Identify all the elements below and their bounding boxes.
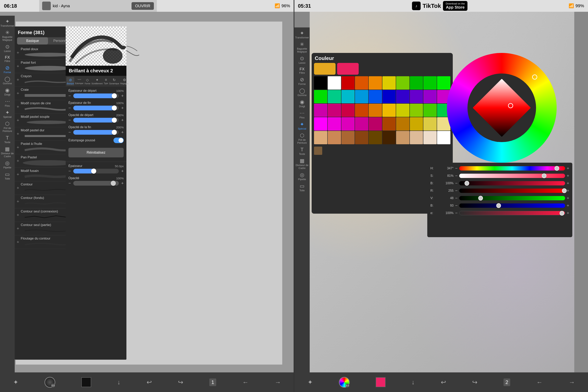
bd-tab-reglages[interactable]: ⚙ Réglages [120, 77, 129, 86]
color-cell[interactable] [342, 104, 355, 117]
tool-pot[interactable]: ⬡ Pot de Peinture [0, 120, 14, 134]
hsb-alpha-plus[interactable]: + [567, 210, 569, 216]
bottom-prev[interactable]: ← [242, 379, 248, 386]
color-cell[interactable] [396, 90, 410, 103]
color-cell[interactable] [342, 131, 355, 144]
color-cell[interactable] [355, 117, 368, 130]
hsb-v-thumb[interactable] [478, 196, 483, 200]
bottom-color-black[interactable] [81, 377, 91, 387]
slider-minus5[interactable]: − [68, 168, 71, 174]
tool-r-filter[interactable]: FX Filtre [295, 66, 309, 76]
bottom-r-undo[interactable]: ↩ [441, 378, 446, 386]
color-cell[interactable] [328, 131, 341, 144]
color-cell[interactable] [342, 117, 355, 130]
swatch-orange[interactable] [314, 63, 336, 75]
add-icon[interactable]: + [17, 50, 19, 55]
bottom-r-prev[interactable]: ← [536, 379, 542, 386]
color-cell[interactable] [410, 104, 423, 117]
slider-thumb6[interactable] [111, 181, 116, 186]
add-icon[interactable]: + [17, 104, 19, 109]
color-cell[interactable] [328, 76, 341, 90]
bd-tab-basique[interactable]: ⊘ Basique [66, 77, 74, 86]
tool-transformer[interactable]: ✦ Transformer [0, 18, 14, 28]
hsb-b2-track[interactable] [459, 204, 565, 208]
slider-plus5[interactable]: + [121, 168, 124, 174]
color-cell[interactable] [369, 117, 382, 130]
bd-tab-type[interactable]: ≡ Type [104, 77, 108, 86]
color-cell[interactable] [369, 90, 382, 103]
tool-pipette[interactable]: ◎ Pipette [0, 159, 14, 170]
tool-lasso[interactable]: ⊙ Lasso [0, 43, 14, 54]
color-cell[interactable] [382, 76, 396, 90]
color-cell[interactable] [355, 104, 368, 117]
hsb-s-plus[interactable]: + [567, 173, 569, 178]
tool-r-doigt[interactable]: ◉ Doigt [295, 98, 309, 109]
add-icon[interactable]: + [17, 240, 19, 244]
hsb-alpha-track[interactable] [459, 211, 565, 215]
add-icon[interactable]: + [17, 212, 19, 218]
hsb-alpha-thumb[interactable] [560, 211, 564, 216]
bd-tab-estomper[interactable]: 〰 Estomper [75, 77, 84, 86]
tool-toile[interactable]: ▭ Toile [0, 170, 14, 181]
tool-r-toile[interactable]: ▭ Toile [295, 182, 309, 193]
swatch-brown[interactable] [314, 146, 322, 155]
wheel-cursor-secondary[interactable] [532, 74, 537, 80]
color-cell[interactable] [314, 76, 327, 90]
bottom-download[interactable]: ↓ [117, 379, 120, 386]
hsb-s-track[interactable] [459, 174, 565, 178]
hsb-h-track[interactable] [459, 166, 565, 170]
color-cell[interactable] [314, 90, 327, 103]
tool-r-forme[interactable]: ⊘ Forme [295, 76, 309, 87]
hsb-v-track[interactable] [459, 196, 565, 200]
color-cell[interactable] [410, 131, 423, 144]
bottom-r-layers[interactable]: 2 [504, 378, 510, 386]
hsb-v-plus[interactable]: + [567, 196, 569, 201]
color-cell[interactable] [410, 90, 423, 103]
color-cell[interactable] [369, 76, 382, 90]
hsb-b-plus[interactable]: + [567, 181, 569, 186]
color-cell[interactable] [369, 104, 382, 117]
add-icon[interactable]: + [17, 172, 19, 177]
add-icon[interactable]: + [17, 91, 19, 96]
bottom-r-color-pink[interactable] [376, 377, 386, 387]
color-cell[interactable] [355, 131, 368, 144]
add-icon[interactable]: + [17, 131, 19, 136]
add-icon[interactable]: + [17, 199, 19, 204]
color-cell[interactable] [410, 76, 423, 90]
tool-r-lasso[interactable]: ⊙ Lasso [295, 55, 309, 66]
color-cell[interactable] [382, 90, 396, 103]
appstore-badge[interactable]: Download on the App Store [443, 1, 468, 11]
color-cell[interactable] [382, 117, 396, 130]
tool-r-special[interactable]: ✦ Spécial [295, 120, 309, 131]
color-cell[interactable] [382, 104, 396, 117]
color-cell[interactable] [355, 90, 368, 103]
add-icon[interactable]: + [17, 186, 19, 190]
slider-plus[interactable]: + [121, 93, 124, 98]
hsb-b2-thumb[interactable] [496, 203, 501, 208]
hsb-h-minus[interactable]: − [455, 166, 458, 171]
slider-track5[interactable] [73, 169, 119, 174]
ad-open-button[interactable]: OUVRIR [132, 2, 154, 10]
color-cell[interactable] [355, 76, 368, 90]
color-cell[interactable] [342, 90, 355, 103]
tab-basique[interactable]: Basique [17, 37, 48, 44]
hsb-h-thumb[interactable] [554, 166, 559, 171]
add-icon[interactable]: + [17, 118, 19, 123]
color-cell[interactable] [314, 104, 327, 117]
toggle-switch[interactable] [114, 138, 124, 143]
tool-r-transformer[interactable]: ✦ Transformer [295, 30, 309, 40]
slider-thumb3[interactable] [112, 118, 117, 123]
add-icon[interactable]: + [17, 158, 19, 164]
color-cell[interactable] [396, 104, 410, 117]
bottom-select-tool[interactable]: ✦ [13, 378, 18, 386]
hsb-alpha-minus[interactable]: − [455, 210, 458, 216]
bottom-next[interactable]: → [274, 379, 281, 386]
tool-r-magic[interactable]: ✳ Baguette Magique [295, 40, 309, 54]
color-cell[interactable] [314, 117, 327, 130]
hsb-v-minus[interactable]: − [455, 196, 458, 201]
slider-thumb4[interactable] [112, 130, 117, 135]
bottom-redo[interactable]: ↪ [178, 378, 183, 386]
bd-tab-forme[interactable]: ◇ Forme [84, 77, 91, 86]
tool-r-diviseur[interactable]: ▦ Diviseur de Cadre [295, 157, 309, 171]
hsb-s-minus[interactable]: − [455, 173, 458, 178]
